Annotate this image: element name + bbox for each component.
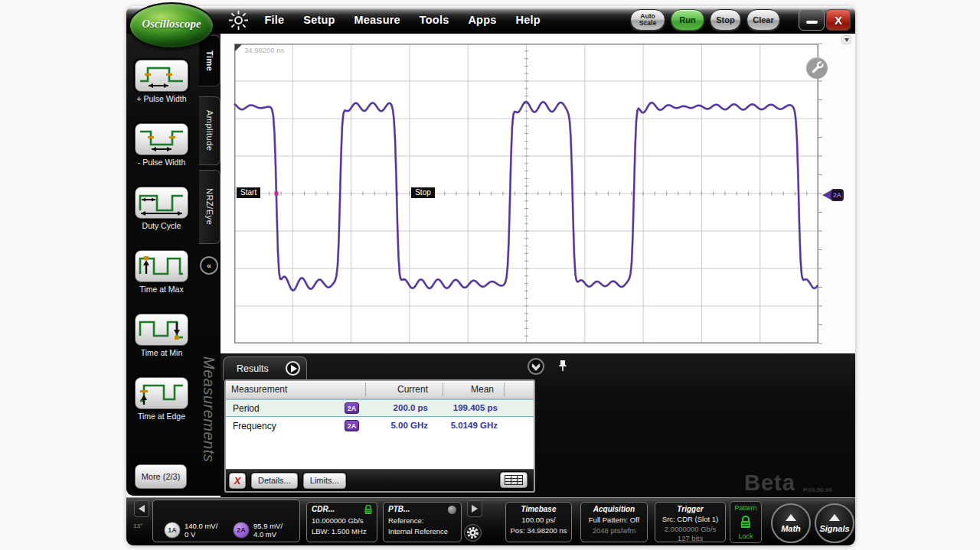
pattern-lock-icon — [740, 516, 752, 529]
signals-up-arrow-icon — [829, 514, 840, 521]
play-button[interactable] — [286, 361, 300, 376]
results-table-header: Measurement Current Mean — [226, 381, 534, 399]
ptb-status-icon — [448, 506, 456, 514]
duty-cycle-button[interactable]: Duty Cycle — [135, 187, 188, 230]
acquisition-box[interactable]: Acquisition Full Pattern: Off 2048 pts/w… — [580, 502, 648, 542]
temperature-label: 13° — [133, 522, 142, 529]
menu-help[interactable]: Help — [506, 14, 550, 26]
beta-version: P.03.50.99 — [803, 487, 832, 493]
stop-button[interactable]: Stop — [710, 9, 741, 31]
close-button[interactable]: X — [826, 9, 851, 31]
display-corner-button[interactable] — [841, 35, 851, 44]
table-grid-icon — [505, 475, 523, 485]
brightness-icon[interactable] — [228, 10, 249, 31]
channel-2a-badge: 2A — [233, 522, 250, 539]
menu-apps[interactable]: Apps — [459, 14, 506, 26]
waveform-svg — [234, 44, 818, 343]
run-button[interactable]: Run — [671, 9, 704, 31]
double-chevron-left-icon: « — [207, 261, 211, 270]
left-arrow-icon — [139, 505, 145, 513]
app-window: File Setup Measure Tools Apps Help Auto … — [126, 6, 855, 545]
more-measurements-button[interactable]: More (2/3) — [135, 464, 187, 489]
scroll-channels-right-button[interactable] — [467, 500, 482, 517]
menu-file[interactable]: File — [255, 14, 294, 26]
results-tab[interactable]: Results — [223, 356, 307, 380]
results-table: Measurement Current Mean Period 2A 200.0… — [224, 379, 535, 493]
menu-measure[interactable]: Measure — [345, 14, 410, 26]
minimize-button[interactable] — [799, 9, 825, 31]
sidebar-panel-title: Measurements — [200, 356, 217, 509]
time-at-min-button[interactable]: Time at Min — [135, 314, 188, 357]
signals-button[interactable]: Signals — [815, 503, 854, 543]
minimize-icon — [806, 21, 818, 24]
collapse-sidebar-button[interactable]: « — [200, 256, 218, 275]
menu-setup[interactable]: Setup — [294, 14, 345, 26]
play-icon — [291, 365, 297, 373]
small-arrow-icon — [844, 38, 849, 42]
results-panel: Results Measurement Current Mean — [220, 353, 855, 497]
ptb-box[interactable]: PTB... Reference: Internal Reference — [383, 502, 462, 542]
pattern-lock-button[interactable]: Pattern Lock — [730, 501, 762, 543]
marker-arrow-icon — [822, 190, 831, 200]
channel-1a-badge: 1A — [164, 522, 181, 539]
channel-2a-level-marker[interactable]: 2A — [822, 189, 844, 201]
plus-pulse-width-icon — [138, 62, 185, 89]
collapse-results-button[interactable] — [528, 358, 544, 375]
cdr-box[interactable]: CDR... 10.000000 Gb/s LBW: 1.500 MHz — [306, 502, 377, 542]
result-row-frequency[interactable]: Frequency 2A 5.00 GHz 5.0149 GHz — [226, 418, 534, 435]
clear-button[interactable]: Clear — [746, 9, 780, 31]
tab-amplitude[interactable]: Amplitude — [199, 96, 220, 165]
time-at-min-icon — [138, 316, 185, 343]
logo-text: Oscilloscope — [129, 18, 214, 31]
acquisition-controls: Auto Scale Run Stop Clear — [630, 9, 780, 31]
math-up-arrow-icon — [786, 514, 796, 521]
details-button[interactable]: Details... — [251, 473, 298, 489]
status-bar: 13° 1A 140.0 mV/ 0 V 2A 95.9 mV/ 4.0 mV — [126, 497, 855, 545]
lock-icon — [364, 505, 373, 515]
results-toolbar: X Details... Limits... — [226, 469, 534, 491]
menu-tools[interactable]: Tools — [410, 14, 459, 26]
pin-icon[interactable] — [558, 360, 567, 372]
auto-scale-button[interactable]: Auto Scale — [630, 9, 665, 31]
wrench-icon — [806, 57, 828, 79]
measure-start-label[interactable]: Start — [237, 187, 260, 198]
channel-1a[interactable]: 1A 140.0 mV/ 0 V — [164, 522, 217, 539]
timebase-box[interactable]: Timebase 100.00 ps/ Pos: 34.98200 ns — [505, 502, 572, 542]
marker-badge: 2A — [831, 189, 844, 201]
plot-corner-marker — [235, 44, 242, 51]
plot-settings-button[interactable] — [806, 57, 828, 79]
channels-box: 1A 140.0 mV/ 0 V 2A 95.9 mV/ 4.0 mV — [152, 500, 300, 542]
time-at-edge-button[interactable]: Time at Edge — [135, 377, 188, 421]
right-arrow-icon — [472, 505, 478, 513]
beta-watermark: Beta — [744, 470, 795, 496]
time-at-max-button[interactable]: Time at Max — [135, 250, 188, 294]
gear-icon — [466, 526, 479, 539]
minus-pulse-width-button[interactable]: - Pulse Width — [135, 123, 188, 167]
measure-stop-label[interactable]: Stop — [411, 187, 435, 198]
limits-button[interactable]: Limits... — [303, 473, 346, 489]
menu-bar: File Setup Measure Tools Apps Help — [255, 6, 550, 34]
table-view-button[interactable] — [500, 472, 528, 488]
result-row-period[interactable]: Period 2A 200.0 ps 199.405 ps — [226, 399, 534, 417]
timebase-position-label: 34.98200 ns — [244, 46, 284, 54]
scope-display-area: 34.98200 ns Start Stop 2A — [220, 34, 855, 353]
math-button[interactable]: Math — [771, 503, 811, 543]
page: File Setup Measure Tools Apps Help Auto … — [0, 0, 980, 550]
oscilloscope-logo: Oscilloscope — [129, 2, 214, 49]
trigger-box[interactable]: Trigger Src: CDR (Slot 1) 2.0000000 Gb/s… — [655, 502, 726, 542]
title-bar: File Setup Measure Tools Apps Help Auto … — [126, 6, 855, 34]
tab-nrz-eye[interactable]: NRZ/Eye — [199, 170, 220, 244]
plus-pulse-width-button[interactable]: + Pulse Width — [135, 60, 188, 103]
duty-cycle-icon — [138, 189, 185, 216]
minus-pulse-width-icon — [138, 125, 185, 153]
settings-button[interactable] — [464, 524, 482, 542]
scroll-channels-left-button[interactable] — [134, 500, 149, 517]
time-at-edge-icon — [138, 379, 185, 407]
time-at-max-icon — [138, 252, 185, 280]
delete-measurement-button[interactable]: X — [229, 473, 246, 489]
waveform-plot[interactable]: 34.98200 ns Start Stop — [234, 44, 818, 343]
channel-2a[interactable]: 2A 95.9 mV/ 4.0 mV — [233, 522, 283, 539]
